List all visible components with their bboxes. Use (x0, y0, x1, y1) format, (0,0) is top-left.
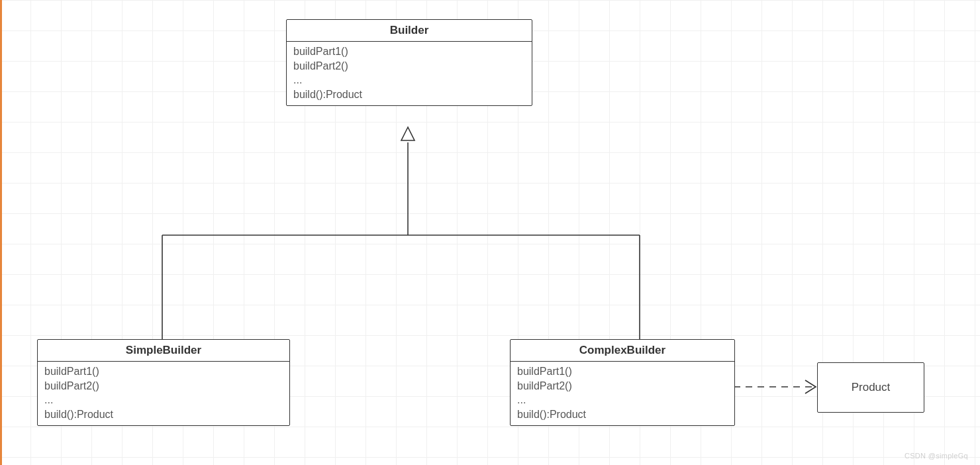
method: build():Product (44, 407, 283, 422)
class-complexbuilder-title: ComplexBuilder (511, 340, 734, 362)
method: buildPart2() (293, 59, 525, 74)
method: build():Product (293, 87, 525, 102)
method: buildPart1() (517, 364, 728, 379)
editor-left-accent (0, 0, 2, 465)
method: build():Product (517, 407, 728, 422)
method: ... (517, 393, 728, 407)
class-product[interactable]: Product (817, 362, 924, 413)
method: buildPart1() (293, 44, 525, 59)
class-complexbuilder[interactable]: ComplexBuilder buildPart1() buildPart2()… (510, 339, 735, 426)
method: ... (293, 73, 525, 87)
class-product-title: Product (852, 381, 891, 394)
class-builder-body: buildPart1() buildPart2() ... build():Pr… (287, 42, 532, 105)
method: ... (44, 393, 283, 407)
method: buildPart2() (517, 379, 728, 393)
class-builder[interactable]: Builder buildPart1() buildPart2() ... bu… (286, 19, 532, 106)
watermark: CSDN @simpleGq (905, 452, 968, 460)
class-simplebuilder-body: buildPart1() buildPart2() ... build():Pr… (38, 362, 289, 425)
class-simplebuilder[interactable]: SimpleBuilder buildPart1() buildPart2() … (37, 339, 290, 426)
class-builder-title: Builder (287, 20, 532, 42)
class-simplebuilder-title: SimpleBuilder (38, 340, 289, 362)
inherit-arrowhead (401, 127, 415, 140)
class-complexbuilder-body: buildPart1() buildPart2() ... build():Pr… (511, 362, 734, 425)
method: buildPart1() (44, 364, 283, 379)
method: buildPart2() (44, 379, 283, 393)
